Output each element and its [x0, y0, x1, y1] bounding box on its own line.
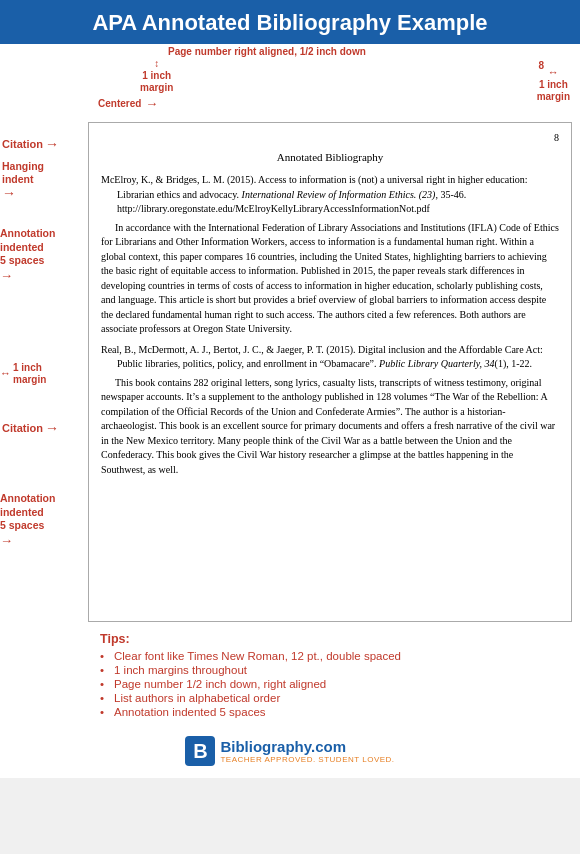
- tip-item-4: List authors in alphabetical order: [100, 692, 565, 704]
- footer-text: Bibliography.com TEACHER APPROVED. STUDE…: [220, 738, 394, 764]
- annotation-indented-label-2: Annotation indented 5 spaces →: [0, 492, 55, 550]
- tip-item-5: Annotation indented 5 spaces: [100, 706, 565, 718]
- footer: B Bibliography.com TEACHER APPROVED. STU…: [0, 728, 580, 778]
- citation-label-2: Citation →: [2, 420, 59, 436]
- page-wrapper: APA Annotated Bibliography Example Page …: [0, 0, 580, 778]
- hanging-indent-label: Hanging indent →: [2, 160, 44, 202]
- footer-logo-b: B: [185, 736, 215, 766]
- page-number: 8: [101, 131, 559, 146]
- citation-2-text: Real, B., McDermott, A. J., Bertot, J. C…: [101, 343, 559, 372]
- tip-item-2: 1 inch margins throughout: [100, 664, 565, 676]
- footer-site-name: Bibliography.com: [220, 738, 394, 755]
- tip-item-3: Page number 1/2 inch down, right aligned: [100, 678, 565, 690]
- page-num-annotation: Page number right aligned, 1/2 inch down: [168, 46, 366, 57]
- centered-label: Centered →: [98, 96, 158, 111]
- document-paper: 8 Annotated Bibliography McElroy, K., & …: [88, 122, 572, 622]
- doc-heading: Annotated Bibliography: [101, 150, 559, 166]
- page-title: APA Annotated Bibliography Example: [0, 0, 580, 44]
- annotation-2-text: This book contains 282 original letters,…: [101, 376, 559, 478]
- annotation-indented-label-1: Annotation indented 5 spaces →: [0, 227, 55, 285]
- annotation-1-text: In accordance with the International Fed…: [101, 221, 559, 337]
- tip-item-1: Clear font like Times New Roman, 12 pt.,…: [100, 650, 565, 662]
- footer-tagline: TEACHER APPROVED. STUDENT LOVED.: [220, 755, 394, 764]
- citation-label-1: Citation →: [2, 136, 59, 152]
- one-inch-margin-top-label: ↕ 1 inch margin: [140, 58, 173, 94]
- footer-logo: B Bibliography.com TEACHER APPROVED. STU…: [185, 736, 394, 766]
- left-annotations: Citation → Hanging indent → Annotation i…: [0, 122, 88, 622]
- tips-title: Tips:: [100, 632, 565, 646]
- tips-list: Clear font like Times New Roman, 12 pt.,…: [100, 650, 565, 718]
- tips-section: Tips: Clear font like Times New Roman, 1…: [0, 622, 580, 728]
- citation-1-text: McElroy, K., & Bridges, L. M. (2015). Ac…: [101, 173, 559, 217]
- one-inch-margin-left-label: ↔ 1 inch margin: [0, 362, 46, 386]
- right-margin-label: ↔ 1 inch margin: [537, 66, 570, 103]
